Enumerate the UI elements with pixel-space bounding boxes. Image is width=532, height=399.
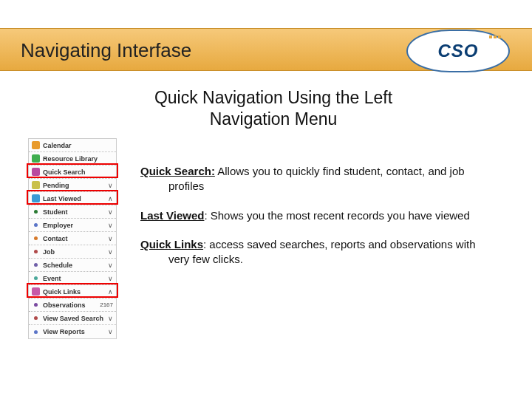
nav-label: Calendar bbox=[43, 142, 113, 149]
desc-quick-search: Quick Search: Allows you to quickly find… bbox=[140, 164, 497, 194]
chevron-icon[interactable]: ∧ bbox=[108, 288, 113, 296]
nav-item[interactable]: Calendar bbox=[29, 139, 116, 152]
left-nav-thumbnail: CalendarResource LibraryQuick SearchPend… bbox=[28, 138, 117, 339]
nav-item[interactable]: Employer∨ bbox=[29, 219, 116, 232]
nav-label: Contact bbox=[43, 235, 108, 242]
bullet-icon bbox=[34, 303, 38, 307]
nav-icon bbox=[32, 168, 40, 176]
chevron-icon[interactable]: ∨ bbox=[108, 222, 113, 229]
nav-label: Schedule bbox=[43, 262, 108, 269]
nav-item[interactable]: View Saved Search∨ bbox=[29, 312, 116, 325]
nav-label: Quick Links bbox=[43, 288, 108, 296]
nav-item[interactable]: Event∨ bbox=[29, 272, 116, 285]
bullet-icon bbox=[34, 210, 38, 214]
nav-label: Student bbox=[43, 208, 108, 216]
nav-icon bbox=[32, 194, 40, 202]
logo-accent bbox=[489, 35, 501, 38]
nav-item[interactable]: Quick Links∧ bbox=[29, 285, 116, 299]
desc-last-viewed: Last Viewed: Shows you the most recent r… bbox=[140, 208, 497, 223]
chevron-icon[interactable]: ∨ bbox=[108, 328, 113, 335]
nav-item[interactable]: Schedule∨ bbox=[29, 259, 116, 272]
bullet-icon bbox=[34, 250, 38, 253]
description-block: Quick Search: Allows you to quickly find… bbox=[140, 164, 497, 282]
chevron-icon[interactable]: ∨ bbox=[108, 275, 113, 282]
chevron-icon[interactable]: ∨ bbox=[108, 262, 113, 269]
logo: CSO bbox=[406, 30, 510, 72]
nav-item[interactable]: Contact∨ bbox=[29, 232, 116, 245]
nav-label: Quick Search bbox=[43, 168, 113, 176]
nav-label: Observations bbox=[43, 301, 98, 309]
nav-item[interactable]: View Reports∨ bbox=[29, 325, 116, 338]
chevron-icon[interactable]: ∨ bbox=[108, 182, 113, 189]
bullet-icon bbox=[34, 223, 38, 227]
nav-item[interactable]: Pending∨ bbox=[29, 179, 116, 192]
chevron-icon[interactable]: ∨ bbox=[108, 248, 113, 256]
chevron-icon[interactable]: ∧ bbox=[108, 195, 113, 202]
nav-label: Resource Library bbox=[43, 155, 113, 163]
nav-label: Event bbox=[43, 275, 108, 282]
nav-item[interactable]: Resource Library bbox=[29, 152, 116, 166]
section-heading: Quick Navigation Using the Left Navigati… bbox=[148, 87, 399, 130]
nav-icon bbox=[32, 181, 40, 189]
bullet-icon bbox=[34, 263, 38, 267]
nav-label: View Saved Search bbox=[43, 315, 108, 322]
page-title: Navigating Interfase bbox=[21, 39, 191, 62]
nav-item[interactable]: Last Viewed∧ bbox=[29, 192, 116, 205]
nav-label: Last Viewed bbox=[43, 195, 108, 202]
nav-icon bbox=[32, 141, 40, 149]
nav-count: 2167 bbox=[100, 301, 113, 308]
nav-label: Employer bbox=[43, 222, 108, 229]
nav-item[interactable]: Job∨ bbox=[29, 245, 116, 259]
chevron-icon[interactable]: ∨ bbox=[108, 235, 113, 242]
nav-label: View Reports bbox=[43, 328, 108, 335]
desc-quick-links: Quick Links: access saved searches, repo… bbox=[140, 237, 497, 267]
bullet-icon bbox=[34, 330, 38, 334]
nav-icon bbox=[32, 154, 40, 163]
nav-icon bbox=[32, 287, 40, 296]
nav-item[interactable]: Student∨ bbox=[29, 205, 116, 219]
bullet-icon bbox=[34, 236, 38, 240]
chevron-icon[interactable]: ∨ bbox=[108, 208, 113, 216]
logo-text: CSO bbox=[437, 41, 478, 61]
nav-item[interactable]: Quick Search bbox=[29, 166, 116, 179]
nav-label: Job bbox=[43, 248, 108, 256]
nav-item[interactable]: Observations2167 bbox=[29, 299, 116, 312]
bullet-icon bbox=[34, 316, 38, 320]
bullet-icon bbox=[34, 276, 38, 280]
chevron-icon[interactable]: ∨ bbox=[108, 315, 113, 322]
nav-label: Pending bbox=[43, 182, 108, 189]
